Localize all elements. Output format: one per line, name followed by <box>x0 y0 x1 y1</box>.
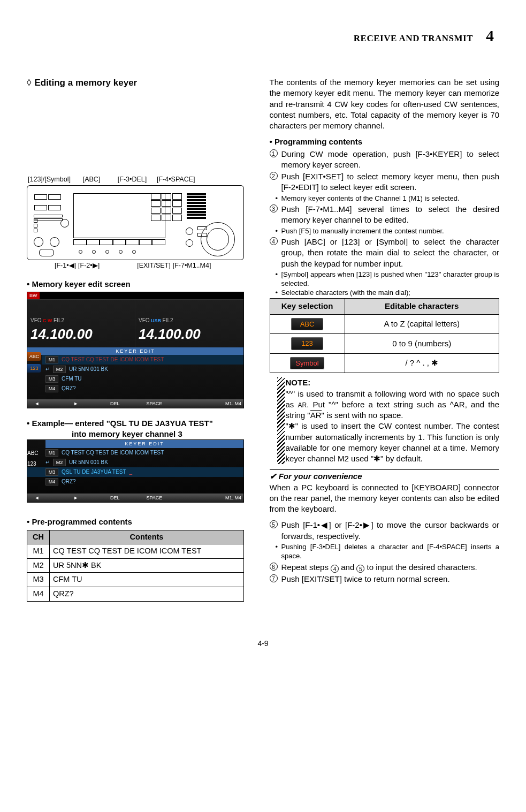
badge-abc: ABC <box>291 318 323 331</box>
step-6-mid: and <box>339 563 356 572</box>
radio-left-small <box>34 219 37 233</box>
sk2-space: SPACE <box>146 495 162 501</box>
diamond-icon: ◊ <box>27 77 31 89</box>
step-6: 6Repeat steps 4 and 5 to input the desir… <box>270 562 500 573</box>
radio-outline <box>27 185 244 260</box>
annot-top-2: [ABC] <box>75 175 108 184</box>
pre-r1-ch: M1 <box>27 544 50 559</box>
chapter-number: 4 <box>486 27 494 45</box>
example-head-1: • Example— entered "QSL TU DE JA3YUA TES… <box>27 418 257 429</box>
kt-r1-val: A to Z (capital letters) <box>345 314 499 334</box>
step-list-4: 4Push [ABC] or [123] or [Symbol] to sele… <box>270 237 500 269</box>
shot1-m1: M1 CQ TEST CQ TEST DE ICOM ICOM TEST <box>42 355 243 365</box>
pre-r4-ch: M4 <box>27 587 50 601</box>
step-num-3: 3 <box>270 204 278 213</box>
step-num-2: 2 <box>270 172 278 180</box>
prog-head: • Programming contents <box>270 136 500 147</box>
pre-row-4: M4 QRZ? <box>27 587 244 601</box>
step-num-1: 1 <box>270 149 278 157</box>
shot2: KEYER EDIT ABC 123 M1 CQ TEST CQ TEST DE… <box>27 439 244 503</box>
step-4: 4Push [ABC] or [123] or [Symbol] to sele… <box>270 237 500 269</box>
kt-row-1: ABC A to Z (capital letters) <box>270 314 499 334</box>
conv-body: When a PC keyboard is connected to [KEYB… <box>270 482 500 515</box>
step-list: 1During CW mode operation, push [F-3•KEY… <box>270 149 500 193</box>
shot2-m1-k: M1 <box>45 449 58 457</box>
step-1: 1During CW mode operation, push [F-3•KEY… <box>270 149 500 171</box>
annot-row-top: [123]/[Symbol] [ABC] [F-3•DEL] [F-4•SPAC… <box>28 175 257 184</box>
shot1-cw: C W <box>43 318 52 323</box>
pre-row-1: M1 CQ TEST CQ TEST DE ICOM ICOM TEST <box>27 544 244 559</box>
kt-row-2: 123 0 to 9 (numbers) <box>270 334 499 354</box>
sk-left-icon: ◄ <box>29 400 44 407</box>
shot1-ke-label: KEYER EDIT <box>27 347 243 355</box>
tab-abc: ABC <box>27 352 41 361</box>
note-block: NOTE: "^" is used to transmit a followin… <box>270 377 500 464</box>
step-list-3: 3Push [F-7•M1..M4] several times to sele… <box>270 204 500 226</box>
enter-icon-2: ↵ <box>45 459 50 466</box>
shot1-freq-r: 14.100.00 <box>139 325 240 344</box>
example-head-2: into memory keyer channel 3 <box>27 429 257 439</box>
shot1-split: VFO C W FIL2 14.100.00 VFO USB FIL2 14.1… <box>27 300 243 347</box>
step-6-b: to input the desired characters. <box>364 563 477 572</box>
sk2-m1m4: M1..M4 <box>225 495 241 501</box>
shot2-m3-k: M3 <box>45 468 58 476</box>
step-7-text: Push [EXIT/SET] twice to return normal s… <box>281 574 450 583</box>
pre-row-2: M2 UR 5NN✱ BK <box>27 558 244 573</box>
shot1-softkeys: ◄ ► DEL SPACE M1..M4 <box>27 399 243 408</box>
shot2-softkeys: ◄ ► DEL SPACE M1..M4 <box>27 494 243 502</box>
shot1-right: VFO USB FIL2 14.100.00 <box>135 300 243 347</box>
step-list-5: 5Push [F-1•◀] or [F-2•▶] to move the cur… <box>270 520 500 542</box>
shot1-m3: M3 CFM TU <box>42 374 243 384</box>
shot2-m2-k: M2 <box>53 459 66 466</box>
annot-bot-1: [F-1•◀] <box>55 261 76 270</box>
section-name: RECEIVE AND TRANSMIT <box>354 33 473 44</box>
note-head: NOTE: <box>286 378 311 387</box>
page-footer: 4-9 <box>27 639 499 648</box>
shot2-ke-label: KEYER EDIT <box>45 440 243 447</box>
radio-right-bars <box>187 193 206 220</box>
page-header: RECEIVE AND TRANSMIT 4 <box>27 27 499 45</box>
step-4-text: Push [ABC] or [123] or [Symbol] to selec… <box>281 237 500 268</box>
step-2-text: Push [EXIT•SET] to select memory keyer m… <box>281 172 500 192</box>
pre-r3-c: CFM TU <box>50 573 244 587</box>
shot1-fil2-r: FIL2 <box>163 317 173 323</box>
note-p2: "✱" is used to insert the CW contest num… <box>286 421 500 463</box>
step-3-sub: Push [F5] to manually increment the cont… <box>270 226 500 236</box>
kt-head-row: Key selection Editable characters <box>270 299 499 314</box>
pre-th-contents: Contents <box>50 530 244 544</box>
shot2-m1-t: CQ TEST CQ TEST DE ICOM ICOM TEST <box>62 449 164 457</box>
preprog-head: • Pre-programmed contents <box>27 517 257 527</box>
note-ar-1: AR <box>298 401 307 409</box>
ref-5-icon: 5 <box>356 565 364 573</box>
step-5-text: Push [F-1•◀] or [F-2•▶] to move the curs… <box>281 520 500 540</box>
kt-r3-key: Symbol <box>270 353 345 373</box>
tab-123: 123 <box>27 364 41 373</box>
intro-paragraph: The contents of the memory keyer memorie… <box>270 77 500 131</box>
step-5: 5Push [F-1•◀] or [F-2•▶] to move the cur… <box>270 520 500 542</box>
badge-symbol: Symbol <box>290 357 324 370</box>
radio-side-buttons <box>34 192 65 214</box>
step-3-text: Push [F-7•M1..M4] several times to selec… <box>281 204 500 224</box>
step-list-6: 6Repeat steps 4 and 5 to input the desir… <box>270 562 500 585</box>
shot1-left: VFO C W FIL2 14.100.00 <box>27 300 135 347</box>
sk2-left-icon: ◄ <box>29 495 44 501</box>
shot1-m4-t: QRZ? <box>62 385 76 392</box>
step-7: 7Push [EXIT/SET] twice to return normal … <box>270 574 500 585</box>
radio-knob-3 <box>60 219 69 227</box>
shot1-head: • Memory keyer edit screen <box>27 279 257 290</box>
shot1-left-tabs: ABC 123 <box>27 352 41 373</box>
radio-keypad <box>151 193 182 221</box>
check-icon: ✔ <box>270 472 277 481</box>
shot1-usb: USB <box>151 318 161 323</box>
sk-space: SPACE <box>146 400 162 407</box>
shot2-left-tabs: ABC 123 <box>27 450 39 467</box>
pre-r4-c: QRZ? <box>50 587 244 601</box>
radio-knob-4 <box>186 227 193 235</box>
badge-123: 123 <box>291 337 323 350</box>
page: RECEIVE AND TRANSMIT 4 ◊ Editing a memor… <box>0 0 526 812</box>
shot1-m2: ↵ M2 UR 5NN 001 BK <box>42 365 243 374</box>
shot2-m3: M3 QSL TU DE JA3YUA TEST_ <box>27 467 243 477</box>
step-4-sub1: [Symbol] appears when [123] is pushed wh… <box>270 270 500 289</box>
step-5-sub: Pushing [F-3•DEL] deletes a character an… <box>270 542 500 561</box>
kt-r3-val: / ? ^ . , ✱ <box>345 353 499 373</box>
